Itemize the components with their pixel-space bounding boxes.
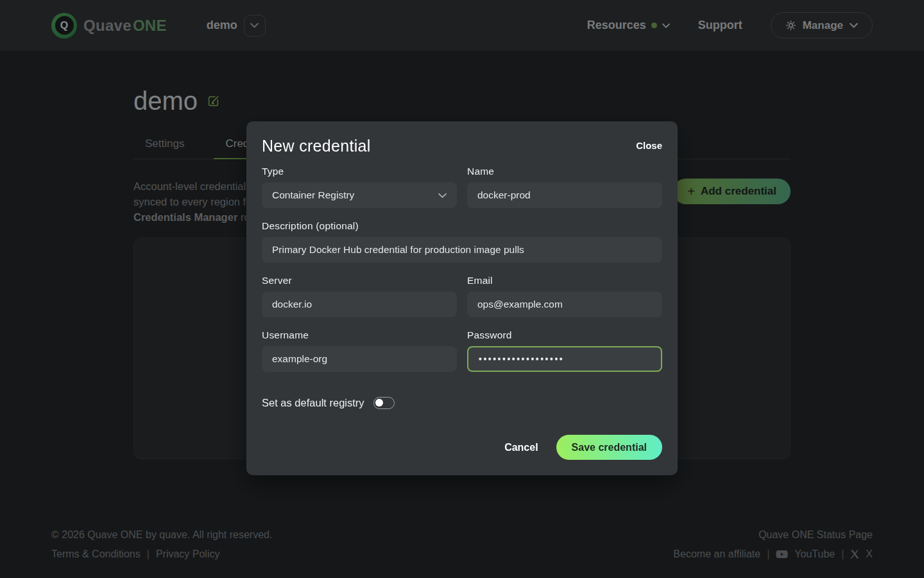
type-select[interactable]: Container Registry <box>262 182 457 208</box>
server-input[interactable] <box>262 292 457 317</box>
name-input[interactable] <box>467 182 662 208</box>
toggle-knob <box>375 399 383 407</box>
username-input[interactable] <box>262 346 457 372</box>
type-label: Type <box>262 166 457 177</box>
name-label: Name <box>467 166 662 177</box>
chevron-down-icon <box>438 193 447 198</box>
password-label: Password <box>467 329 662 341</box>
cancel-button[interactable]: Cancel <box>504 442 538 453</box>
type-select-value: Container Registry <box>272 189 354 201</box>
description-input[interactable] <box>262 237 662 263</box>
new-credential-modal: New credential Close Type Container Regi… <box>246 121 678 475</box>
default-registry-toggle-label: Set as default registry <box>262 397 364 409</box>
description-label: Description (optional) <box>262 220 662 232</box>
email-label: Email <box>467 275 662 286</box>
server-label: Server <box>262 275 457 286</box>
default-registry-toggle[interactable] <box>373 397 395 409</box>
password-input[interactable] <box>467 346 662 372</box>
email-input[interactable] <box>467 292 662 317</box>
close-button[interactable]: Close <box>636 140 662 151</box>
username-label: Username <box>262 329 457 341</box>
save-credential-button[interactable]: Save credential <box>556 435 662 460</box>
modal-title: New credential <box>262 137 371 155</box>
